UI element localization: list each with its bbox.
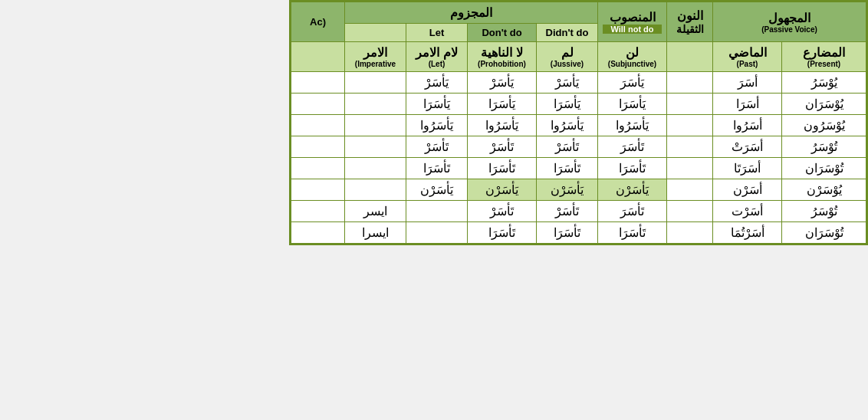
table-row: يُوْسَرَان أسَرَا يَأسَرَا يَأسَرَا يَأس…: [291, 94, 866, 115]
table-row: تُوْسَرَان أسَرْتُمَا تَأسَرَا تَأسَرَا …: [291, 222, 866, 244]
extra-header: [345, 24, 406, 42]
arabic-conjugation-table: المجهول (Passive Voice) النون الثقيلة ال…: [291, 2, 866, 244]
passive-voice-header: المجهول (Passive Voice): [713, 2, 866, 42]
dont-do-header: Don't do: [468, 24, 537, 42]
table-row: تُوْسَرُ أسَرْت تَأسَرَ تَأسَرْ تَأسَرْ …: [291, 201, 866, 222]
table-row: تُوْسَرُ أسَرَتْ تَأسَرَ تَأسَرْ تَأسَرْ…: [291, 136, 866, 158]
table-row-highlighted: يُوْسَرْن أسَرْن يَأسَرْن يَأسَرْن يَأسَ…: [291, 179, 866, 201]
prohibition-col-header: لا الناهية (Prohobition): [468, 42, 537, 72]
let-col-header: لام الامر (Let): [406, 42, 468, 72]
amr-partial-header: (Ac: [291, 2, 345, 42]
table-row: يُوْسَرُون أسَرُوا يَأسَرُوا يَأسَرُوا ي…: [291, 115, 866, 136]
imperative-col-header: الامر (Imperative: [345, 42, 406, 72]
mansoob-header: المنصوب Will not do: [598, 2, 667, 42]
didnt-do-header: Didn't do: [537, 24, 598, 42]
extra-col-header: [291, 42, 345, 72]
main-table-wrapper: المجهول (Passive Voice) النون الثقيلة ال…: [289, 0, 868, 245]
table-row: تُوْسَرَان أسَرَتَا تَأسَرَا تَأسَرَا تَ…: [291, 158, 866, 179]
majzoom-header: المجزوم: [345, 2, 598, 24]
noon-col-header: [667, 42, 713, 72]
let-header: Let: [406, 24, 468, 42]
subjunctive-col-header: لن (Subjunctive): [598, 42, 667, 72]
past-col-header: الماضي (Past): [713, 42, 782, 72]
present-col-header: المضارع (Present): [782, 42, 866, 72]
table-row: يُوْسَرُ أسَرَ يَأسَرَ يَأسَرْ يَأسَرْ ي…: [291, 72, 866, 94]
jussive-col-header: لم (Jussive): [537, 42, 598, 72]
noon-header: النون الثقيلة: [667, 2, 713, 42]
